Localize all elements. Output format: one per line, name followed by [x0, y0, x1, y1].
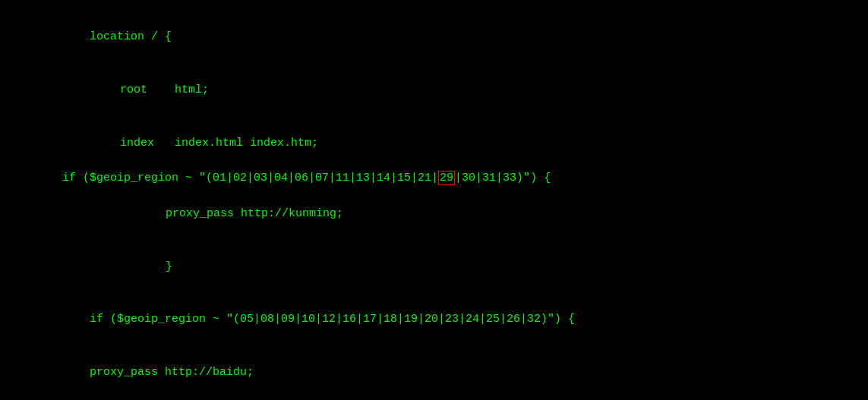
- highlight-29: 29: [438, 171, 455, 185]
- code-line-6: }: [17, 240, 851, 293]
- terminal: location / { root html; index index.html…: [9, 6, 859, 400]
- geoip-line-2: if ($geoip_region ~ "(05|08|09|10|12|16|…: [17, 293, 851, 346]
- code-line-5: proxy_pass http://kunming;: [17, 187, 851, 241]
- geoip-line-1: if ($geoip_region ~ "(01|02|03|04|06|07|…: [17, 169, 851, 187]
- code-line-1: location / {: [17, 11, 851, 64]
- code-line-2: root html;: [17, 64, 851, 117]
- code-line-3: index index.html index.htm;: [17, 117, 851, 170]
- code-line-8: proxy_pass http://baidu;: [17, 346, 851, 399]
